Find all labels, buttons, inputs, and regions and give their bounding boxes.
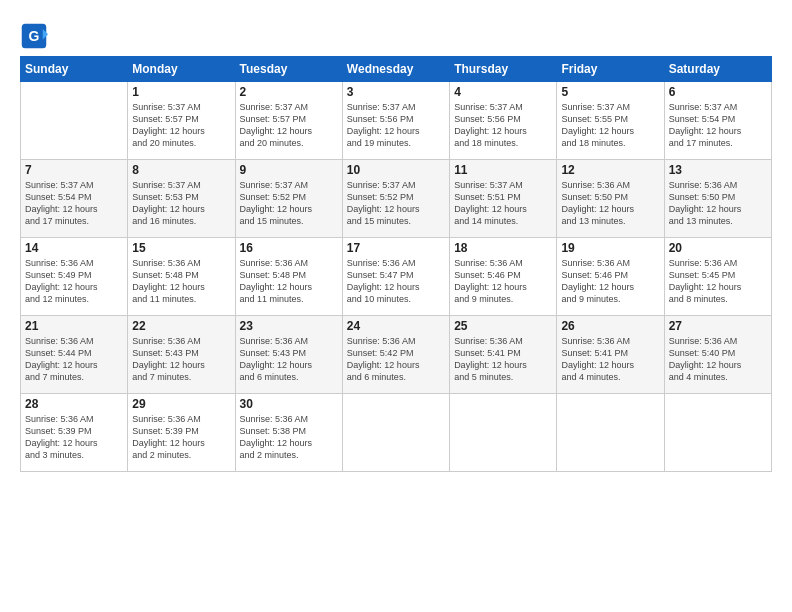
day-cell: 11Sunrise: 5:37 AM Sunset: 5:51 PM Dayli… bbox=[450, 160, 557, 238]
day-info: Sunrise: 5:37 AM Sunset: 5:52 PM Dayligh… bbox=[347, 179, 445, 228]
day-number: 4 bbox=[454, 85, 552, 99]
day-number: 19 bbox=[561, 241, 659, 255]
weekday-header-friday: Friday bbox=[557, 57, 664, 82]
day-cell: 1Sunrise: 5:37 AM Sunset: 5:57 PM Daylig… bbox=[128, 82, 235, 160]
day-number: 13 bbox=[669, 163, 767, 177]
day-number: 10 bbox=[347, 163, 445, 177]
day-info: Sunrise: 5:36 AM Sunset: 5:39 PM Dayligh… bbox=[25, 413, 123, 462]
day-number: 21 bbox=[25, 319, 123, 333]
weekday-header-tuesday: Tuesday bbox=[235, 57, 342, 82]
day-info: Sunrise: 5:36 AM Sunset: 5:49 PM Dayligh… bbox=[25, 257, 123, 306]
day-info: Sunrise: 5:37 AM Sunset: 5:51 PM Dayligh… bbox=[454, 179, 552, 228]
day-cell: 19Sunrise: 5:36 AM Sunset: 5:46 PM Dayli… bbox=[557, 238, 664, 316]
day-cell: 12Sunrise: 5:36 AM Sunset: 5:50 PM Dayli… bbox=[557, 160, 664, 238]
week-row-5: 28Sunrise: 5:36 AM Sunset: 5:39 PM Dayli… bbox=[21, 394, 772, 472]
day-cell: 14Sunrise: 5:36 AM Sunset: 5:49 PM Dayli… bbox=[21, 238, 128, 316]
day-info: Sunrise: 5:36 AM Sunset: 5:45 PM Dayligh… bbox=[669, 257, 767, 306]
day-cell: 23Sunrise: 5:36 AM Sunset: 5:43 PM Dayli… bbox=[235, 316, 342, 394]
day-cell: 9Sunrise: 5:37 AM Sunset: 5:52 PM Daylig… bbox=[235, 160, 342, 238]
day-number: 18 bbox=[454, 241, 552, 255]
day-number: 12 bbox=[561, 163, 659, 177]
day-cell bbox=[342, 394, 449, 472]
day-number: 1 bbox=[132, 85, 230, 99]
day-info: Sunrise: 5:36 AM Sunset: 5:43 PM Dayligh… bbox=[132, 335, 230, 384]
day-number: 11 bbox=[454, 163, 552, 177]
day-cell: 7Sunrise: 5:37 AM Sunset: 5:54 PM Daylig… bbox=[21, 160, 128, 238]
day-cell: 15Sunrise: 5:36 AM Sunset: 5:48 PM Dayli… bbox=[128, 238, 235, 316]
day-number: 3 bbox=[347, 85, 445, 99]
day-cell: 21Sunrise: 5:36 AM Sunset: 5:44 PM Dayli… bbox=[21, 316, 128, 394]
day-info: Sunrise: 5:36 AM Sunset: 5:39 PM Dayligh… bbox=[132, 413, 230, 462]
day-number: 25 bbox=[454, 319, 552, 333]
day-number: 22 bbox=[132, 319, 230, 333]
day-info: Sunrise: 5:36 AM Sunset: 5:42 PM Dayligh… bbox=[347, 335, 445, 384]
day-info: Sunrise: 5:36 AM Sunset: 5:48 PM Dayligh… bbox=[240, 257, 338, 306]
day-number: 2 bbox=[240, 85, 338, 99]
day-info: Sunrise: 5:37 AM Sunset: 5:53 PM Dayligh… bbox=[132, 179, 230, 228]
day-cell: 20Sunrise: 5:36 AM Sunset: 5:45 PM Dayli… bbox=[664, 238, 771, 316]
day-number: 9 bbox=[240, 163, 338, 177]
day-cell: 26Sunrise: 5:36 AM Sunset: 5:41 PM Dayli… bbox=[557, 316, 664, 394]
day-info: Sunrise: 5:36 AM Sunset: 5:46 PM Dayligh… bbox=[561, 257, 659, 306]
day-number: 28 bbox=[25, 397, 123, 411]
day-number: 23 bbox=[240, 319, 338, 333]
day-cell: 22Sunrise: 5:36 AM Sunset: 5:43 PM Dayli… bbox=[128, 316, 235, 394]
day-info: Sunrise: 5:37 AM Sunset: 5:56 PM Dayligh… bbox=[347, 101, 445, 150]
day-cell: 16Sunrise: 5:36 AM Sunset: 5:48 PM Dayli… bbox=[235, 238, 342, 316]
logo-icon: G bbox=[20, 22, 48, 50]
day-info: Sunrise: 5:36 AM Sunset: 5:44 PM Dayligh… bbox=[25, 335, 123, 384]
weekday-header-row: SundayMondayTuesdayWednesdayThursdayFrid… bbox=[21, 57, 772, 82]
day-info: Sunrise: 5:37 AM Sunset: 5:54 PM Dayligh… bbox=[25, 179, 123, 228]
week-row-1: 1Sunrise: 5:37 AM Sunset: 5:57 PM Daylig… bbox=[21, 82, 772, 160]
page: G SundayMondayTuesdayWednesdayThursdayFr… bbox=[0, 0, 792, 482]
header: G bbox=[20, 18, 772, 50]
day-info: Sunrise: 5:36 AM Sunset: 5:50 PM Dayligh… bbox=[561, 179, 659, 228]
day-number: 26 bbox=[561, 319, 659, 333]
weekday-header-wednesday: Wednesday bbox=[342, 57, 449, 82]
weekday-header-saturday: Saturday bbox=[664, 57, 771, 82]
weekday-header-thursday: Thursday bbox=[450, 57, 557, 82]
calendar-table: SundayMondayTuesdayWednesdayThursdayFrid… bbox=[20, 56, 772, 472]
day-info: Sunrise: 5:37 AM Sunset: 5:52 PM Dayligh… bbox=[240, 179, 338, 228]
logo: G bbox=[20, 22, 50, 50]
day-number: 8 bbox=[132, 163, 230, 177]
day-info: Sunrise: 5:37 AM Sunset: 5:56 PM Dayligh… bbox=[454, 101, 552, 150]
weekday-header-monday: Monday bbox=[128, 57, 235, 82]
day-cell: 29Sunrise: 5:36 AM Sunset: 5:39 PM Dayli… bbox=[128, 394, 235, 472]
day-number: 14 bbox=[25, 241, 123, 255]
day-cell bbox=[557, 394, 664, 472]
day-info: Sunrise: 5:36 AM Sunset: 5:50 PM Dayligh… bbox=[669, 179, 767, 228]
day-info: Sunrise: 5:36 AM Sunset: 5:47 PM Dayligh… bbox=[347, 257, 445, 306]
day-info: Sunrise: 5:36 AM Sunset: 5:48 PM Dayligh… bbox=[132, 257, 230, 306]
day-cell: 17Sunrise: 5:36 AM Sunset: 5:47 PM Dayli… bbox=[342, 238, 449, 316]
day-cell: 10Sunrise: 5:37 AM Sunset: 5:52 PM Dayli… bbox=[342, 160, 449, 238]
day-info: Sunrise: 5:36 AM Sunset: 5:38 PM Dayligh… bbox=[240, 413, 338, 462]
day-cell: 5Sunrise: 5:37 AM Sunset: 5:55 PM Daylig… bbox=[557, 82, 664, 160]
day-number: 6 bbox=[669, 85, 767, 99]
day-number: 15 bbox=[132, 241, 230, 255]
svg-text:G: G bbox=[29, 28, 40, 44]
day-number: 27 bbox=[669, 319, 767, 333]
day-cell: 24Sunrise: 5:36 AM Sunset: 5:42 PM Dayli… bbox=[342, 316, 449, 394]
day-cell: 6Sunrise: 5:37 AM Sunset: 5:54 PM Daylig… bbox=[664, 82, 771, 160]
day-cell: 27Sunrise: 5:36 AM Sunset: 5:40 PM Dayli… bbox=[664, 316, 771, 394]
day-number: 20 bbox=[669, 241, 767, 255]
weekday-header-sunday: Sunday bbox=[21, 57, 128, 82]
day-number: 5 bbox=[561, 85, 659, 99]
day-info: Sunrise: 5:36 AM Sunset: 5:41 PM Dayligh… bbox=[454, 335, 552, 384]
week-row-3: 14Sunrise: 5:36 AM Sunset: 5:49 PM Dayli… bbox=[21, 238, 772, 316]
day-cell: 3Sunrise: 5:37 AM Sunset: 5:56 PM Daylig… bbox=[342, 82, 449, 160]
day-info: Sunrise: 5:36 AM Sunset: 5:41 PM Dayligh… bbox=[561, 335, 659, 384]
day-cell bbox=[664, 394, 771, 472]
day-info: Sunrise: 5:37 AM Sunset: 5:54 PM Dayligh… bbox=[669, 101, 767, 150]
week-row-4: 21Sunrise: 5:36 AM Sunset: 5:44 PM Dayli… bbox=[21, 316, 772, 394]
day-number: 17 bbox=[347, 241, 445, 255]
day-info: Sunrise: 5:37 AM Sunset: 5:55 PM Dayligh… bbox=[561, 101, 659, 150]
day-number: 30 bbox=[240, 397, 338, 411]
day-cell bbox=[21, 82, 128, 160]
day-cell bbox=[450, 394, 557, 472]
day-info: Sunrise: 5:36 AM Sunset: 5:43 PM Dayligh… bbox=[240, 335, 338, 384]
day-number: 24 bbox=[347, 319, 445, 333]
day-cell: 2Sunrise: 5:37 AM Sunset: 5:57 PM Daylig… bbox=[235, 82, 342, 160]
day-info: Sunrise: 5:37 AM Sunset: 5:57 PM Dayligh… bbox=[132, 101, 230, 150]
